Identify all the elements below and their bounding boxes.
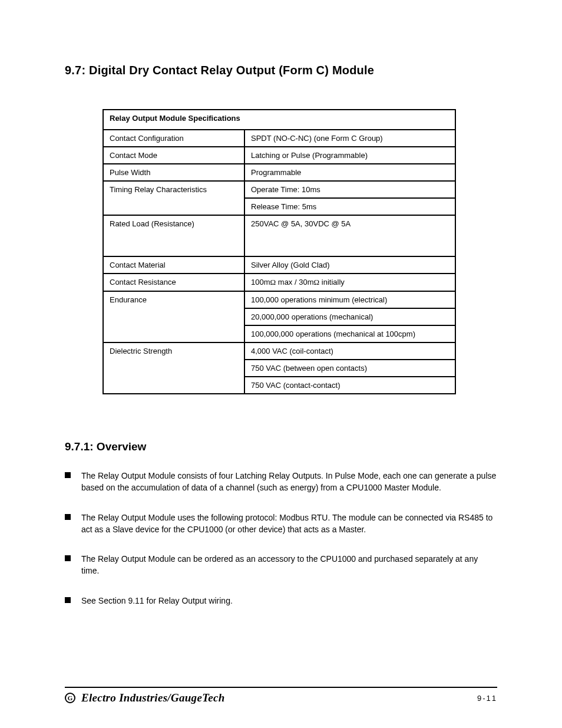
subsection-heading: 9.7.1: Overview (65, 440, 497, 453)
row-value: 4,000 VAC (coil-contact) (244, 342, 455, 360)
footer-left: G Electro Industries/GaugeTech (65, 691, 225, 704)
brand-logo-icon: G (65, 693, 75, 703)
row-label: Timing Relay Characteristics (103, 181, 244, 215)
row-value: Operate Time: 10ms (244, 181, 455, 198)
page-number: 9-11 (477, 694, 497, 703)
document-page: 9.7: Digital Dry Contact Relay Output (F… (0, 0, 562, 728)
row-value: Latching or Pulse (Programmable) (244, 147, 455, 164)
row-value: Programmable (244, 164, 455, 181)
row-label: Dielectric Strength (103, 342, 244, 394)
page-footer: G Electro Industries/GaugeTech 9-11 (65, 687, 497, 704)
row-value: 100,000 operations minimum (electrical) (244, 291, 455, 308)
bullet-text: The Relay Output Module consists of four… (81, 470, 497, 494)
brand-name: Electro Industries/GaugeTech (81, 691, 225, 704)
row-label: Contact Resistance (103, 274, 244, 291)
bullet-icon (65, 597, 71, 603)
row-label: Pulse Width (103, 164, 244, 181)
row-label: Contact Configuration (103, 130, 244, 147)
row-value: SPDT (NO-C-NC) (one Form C Group) (244, 130, 455, 147)
overview-bullets: The Relay Output Module consists of four… (65, 470, 497, 607)
row-value: 100,000,000 operations (mechanical at 10… (244, 325, 455, 342)
row-value: 750 VAC (between open contacts) (244, 360, 455, 377)
row-value: 250VAC @ 5A, 30VDC @ 5A (244, 215, 455, 256)
row-value: 750 VAC (contact-contact) (244, 377, 455, 394)
list-item: The Relay Output Module uses the followi… (65, 512, 497, 536)
row-value: 20,000,000 operations (mechanical) (244, 308, 455, 325)
section-heading: 9.7: Digital Dry Contact Relay Output (F… (65, 64, 497, 77)
table-title: Relay Output Module Specifications (103, 110, 455, 130)
bullet-text: The Relay Output Module can be ordered a… (81, 553, 497, 577)
row-value: Silver Alloy (Gold Clad) (244, 256, 455, 274)
bullet-icon (65, 555, 71, 561)
list-item: See Section 9.11 for Relay Output wiring… (65, 595, 497, 607)
list-item: The Relay Output Module consists of four… (65, 470, 497, 494)
row-label: Contact Mode (103, 147, 244, 164)
spec-table-wrap: Relay Output Module Specifications Conta… (103, 109, 456, 394)
bullet-icon (65, 472, 71, 478)
row-label: Rated Load (Resistance) (103, 215, 244, 256)
row-value: Release Time: 5ms (244, 198, 455, 215)
row-label: Endurance (103, 291, 244, 342)
bullet-icon (65, 514, 71, 520)
bullet-text: The Relay Output Module uses the followi… (81, 512, 497, 536)
spec-table: Relay Output Module Specifications Conta… (103, 109, 456, 394)
row-label: Contact Material (103, 256, 244, 274)
list-item: The Relay Output Module can be ordered a… (65, 553, 497, 577)
bullet-text: See Section 9.11 for Relay Output wiring… (81, 595, 233, 607)
row-value: 100mΩ max / 30mΩ initially (244, 274, 455, 291)
